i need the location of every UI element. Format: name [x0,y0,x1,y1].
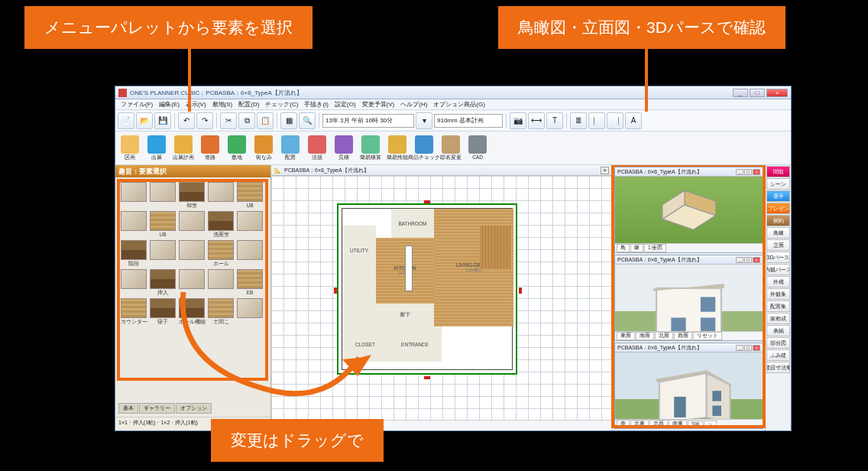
sidetab-3Dパース[interactable]: 3Dパース [766,252,790,263]
align-r[interactable]: A [625,112,642,129]
palette-item[interactable]: W和室一 [236,298,264,326]
sidetab-契約[interactable]: 契約 [766,215,790,226]
open-button[interactable]: 📂 [136,112,153,129]
sidetab-建設寸法集[interactable]: 建設寸法集 [766,362,790,373]
palette-item[interactable]: 洗面所 [178,211,206,239]
bigtool-簡易性能[interactable]: 簡易性能 [384,133,410,164]
preview-tab[interactable]: 瞰 [630,244,643,252]
bigtool-区画[interactable]: 区画 [117,133,143,164]
close-button[interactable]: × [766,89,788,97]
menu-item[interactable]: 敷地(S) [210,100,235,109]
preview-tab[interactable]: 南面 [636,332,654,340]
palette-tab[interactable]: オプション [176,403,212,414]
menu-item[interactable]: 設定(O) [332,100,358,109]
room-entrance[interactable]: ENTRANCE [388,326,442,362]
palette-item[interactable]: 押入 [149,269,177,297]
palette-item[interactable]: ホール機能 [178,298,206,326]
sidetab-シーン[interactable]: シーン [766,178,790,190]
redo-button[interactable]: ↷ [196,112,213,129]
sidetab-家相成[interactable]: 家相成 [766,313,790,324]
sidetab-外構[interactable]: 外構 [766,276,790,287]
sidetab-選手[interactable]: 選手 [766,190,790,202]
sidetab-プレゼン[interactable]: プレゼン [766,203,790,214]
palette-item[interactable]: 物置 [236,240,264,268]
undo-button[interactable]: ↶ [178,112,195,129]
pv-min[interactable]: _ [736,257,743,263]
preview-tab[interactable]: ↑↓ [704,421,717,427]
palette-item[interactable]: 押入 [236,211,264,239]
preview-tab[interactable]: リセット [693,332,722,340]
bigtool-道路[interactable]: 道路 [197,133,223,164]
bigtool-配置[interactable]: 配置 [277,133,303,164]
canvas-close[interactable]: × [601,167,609,174]
menu-item[interactable]: チェック(C) [263,100,300,109]
preview-perspective[interactable]: PCBASBA：6×8_TypeA【片流れ】_□× 南北東北西南東SW↑↓ [614,343,763,429]
palette-item[interactable]: 和室 [178,182,206,210]
bigtool-法規[interactable]: 法規 [304,133,330,164]
menu-item[interactable]: 編集(E) [157,100,182,109]
room-closet[interactable]: CLOSET [342,326,388,362]
pv-max[interactable]: □ [744,345,752,351]
sidetab-部分図[interactable]: 部分図 [766,337,790,349]
palette-item[interactable]: 玄関 [207,182,235,210]
bigtool-商品チェック[interactable]: 商品チェック [411,133,437,164]
sidetab-配置集[interactable]: 配置集 [766,300,790,312]
bigtool-見積[interactable]: 見積 [331,133,357,164]
date-btn[interactable]: ▾ [416,112,432,129]
bigtool-出展計画[interactable]: 出展計画 [170,133,196,164]
preview-aerial[interactable]: PCBASBA：6×8_TypeA【片流れ】_□× 鳥瞰1:全図 [614,167,763,253]
maximize-button[interactable]: □ [750,89,765,97]
palette-item[interactable]: UB [236,182,264,210]
sidetab-内観パース[interactable]: 内観パース [766,264,790,275]
drawing-grid[interactable]: BATHROOM UTILITY KITCHEN(6.0帖) LIVING-DI… [271,176,612,420]
palette-item[interactable]: トイレ [178,240,206,268]
new-button[interactable]: 📄 [118,112,134,129]
palette-item[interactable]: 寝子 [149,298,177,326]
menu-item[interactable]: ファイル(F) [118,100,155,109]
bigtool-敷地[interactable]: 敷地 [224,133,250,164]
copy-button[interactable]: ⧉ [238,112,255,129]
pv-close[interactable]: × [753,169,760,175]
sidetab-ふみ建[interactable]: ふみ建 [766,349,790,361]
pv-max[interactable]: □ [744,257,752,263]
preview-tab[interactable]: 北西 [649,420,668,428]
room-hall[interactable]: 廊下 [376,304,434,326]
room-bathroom[interactable]: BATHROOM [391,209,434,238]
save-button[interactable]: 💾 [154,112,171,129]
pv-min[interactable]: _ [736,345,743,351]
sidetab-表紙[interactable]: 表紙 [766,325,790,336]
preview-tab[interactable]: 南 [617,420,630,428]
palette-item[interactable]: 洗面室 [207,211,235,239]
palette-item[interactable]: 天下り [149,182,177,210]
layer-button[interactable]: ≣ [570,112,587,129]
palette-item[interactable]: 和室(大) [120,269,147,297]
preview-tab[interactable]: 北東 [630,420,649,428]
preview-tab[interactable]: 南東 [669,420,687,428]
pv-min[interactable]: _ [736,169,743,175]
text-button[interactable]: T [546,112,563,129]
palette-item[interactable]: 千徳室 [149,240,177,268]
bigtool-出展[interactable]: 出展 [144,133,170,164]
camera-button[interactable]: 📷 [510,112,526,129]
dim-button[interactable]: ⟷ [528,112,545,129]
room-corridor[interactable] [342,274,376,326]
menu-item[interactable]: オプション商品(G) [431,100,487,109]
palette-item[interactable]: 土間こ [207,298,235,326]
bigtool-邸名変更[interactable]: 邸名変更 [438,133,464,164]
preview-tab[interactable]: 鳥 [617,244,630,252]
palette-item[interactable]: 洋室 [120,182,147,210]
bigtool-簡易積算[interactable]: 簡易積算 [358,133,384,164]
pv-close[interactable]: × [753,345,760,351]
preview-tab[interactable]: 1:全図 [644,244,666,252]
floorplan-canvas[interactable]: 📐 PCBASBA：6×8_TypeA【片流れ】 × BATHROOM UTIL… [271,165,612,430]
pv-max[interactable]: □ [744,169,752,175]
palette-item[interactable]: UB [149,211,177,239]
bigtool-街なみ[interactable]: 街なみ [251,133,277,164]
align-l[interactable]: ⎸ [588,112,605,129]
palette-item[interactable]: 廊下 [207,269,235,297]
stairs[interactable] [480,226,510,268]
menu-item[interactable]: 配置(D) [236,100,261,109]
palette-item[interactable]: EB [236,269,264,297]
grid-unit-field[interactable]: 910mm 基本計画 [434,114,503,128]
zoom-button[interactable]: 🔍 [299,112,316,129]
